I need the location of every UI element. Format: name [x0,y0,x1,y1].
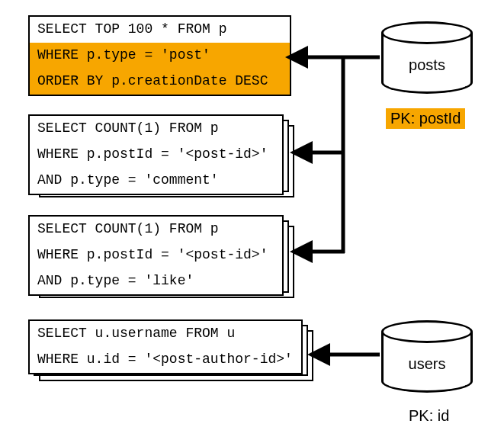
pk-label-posts: PK: postId [386,108,465,129]
cylinder-top [381,21,473,44]
query-box-4: SELECT u.username FROM u WHERE u.id = '<… [28,319,303,374]
query-line: AND p.type = 'like' [30,268,282,294]
query-line: SELECT COUNT(1) FROM p [30,217,282,242]
query-line: WHERE p.type = 'post' [30,43,290,69]
query-line: WHERE u.id = '<post-author-id>' [30,347,301,373]
pk-label-users: PK: id [404,406,454,426]
database-posts: posts [381,21,473,94]
query-line: SELECT u.username FROM u [30,321,301,347]
query-box-1: SELECT TOP 100 * FROM p WHERE p.type = '… [28,15,291,96]
query-box-2: SELECT COUNT(1) FROM p WHERE p.postId = … [28,114,284,195]
query-line: SELECT COUNT(1) FROM p [30,116,282,142]
query-line: WHERE p.postId = '<post-id>' [30,242,282,268]
query-line: ORDER BY p.creationDate DESC [30,69,290,95]
database-label: users [409,355,446,373]
query-line: AND p.type = 'comment' [30,168,282,194]
query-box-3: SELECT COUNT(1) FROM p WHERE p.postId = … [28,215,284,296]
cylinder-top [381,320,473,343]
database-label: posts [409,56,445,74]
query-line: WHERE p.postId = '<post-id>' [30,142,282,168]
query-line: SELECT TOP 100 * FROM p [30,17,290,43]
database-users: users [381,320,473,393]
